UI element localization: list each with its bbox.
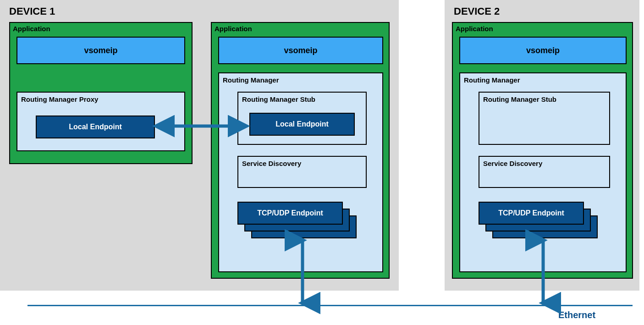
- ethernet-label: Ethernet: [558, 310, 595, 320]
- tcp-udp-text-1: TCP/UDP Endpoint: [257, 209, 323, 217]
- device2-ethernet-arrow: [534, 237, 552, 307]
- device2-app-label: Application: [456, 25, 493, 33]
- device2-vsomeip: vsomeip: [459, 37, 627, 64]
- device1-app1-vsomeip: vsomeip: [17, 37, 185, 64]
- device1-rm-stub-box: Routing Manager Stub Local Endpoint: [237, 92, 367, 145]
- vsomeip-text-3: vsomeip: [526, 46, 560, 55]
- device1-rm-label: Routing Manager: [223, 76, 279, 84]
- device1-proxy-local-endpoint: Local Endpoint: [36, 116, 155, 138]
- tcp-udp-text-2: TCP/UDP Endpoint: [498, 209, 564, 217]
- device1-stub-label: Routing Manager Stub: [242, 95, 315, 103]
- device1-app2-vsomeip: vsomeip: [218, 37, 383, 64]
- device2-stub-label: Routing Manager Stub: [483, 95, 556, 103]
- device2-sd-label: Service Discovery: [483, 160, 542, 167]
- local-endpoint-arrow: [154, 118, 248, 137]
- device-1-label: DEVICE 1: [9, 6, 55, 17]
- vsomeip-text: vsomeip: [84, 46, 117, 55]
- device1-tcp-udp-endpoint: TCP/UDP Endpoint: [237, 202, 343, 225]
- local-endpoint-text-2: Local Endpoint: [275, 120, 329, 128]
- device1-app2-label: Application: [215, 25, 252, 33]
- device1-app1-label: Application: [13, 25, 50, 33]
- device2-rm-stub-box: Routing Manager Stub: [479, 92, 610, 145]
- vsomeip-text-2: vsomeip: [284, 46, 317, 55]
- device1-ethernet-arrow: [293, 237, 312, 307]
- device1-app1-box: Application vsomeip Routing Manager Prox…: [9, 22, 193, 164]
- device1-sd-label: Service Discovery: [242, 160, 301, 167]
- device2-rm-label: Routing Manager: [464, 76, 520, 84]
- device1-proxy-label: Routing Manager Proxy: [21, 95, 98, 103]
- device1-service-discovery-box: Service Discovery: [237, 156, 367, 188]
- device-2-label: DEVICE 2: [454, 6, 500, 17]
- local-endpoint-text-1: Local Endpoint: [69, 123, 122, 131]
- device2-tcp-udp-endpoint: TCP/UDP Endpoint: [479, 202, 584, 225]
- device1-stub-local-endpoint: Local Endpoint: [249, 113, 355, 136]
- device2-service-discovery-box: Service Discovery: [479, 156, 610, 188]
